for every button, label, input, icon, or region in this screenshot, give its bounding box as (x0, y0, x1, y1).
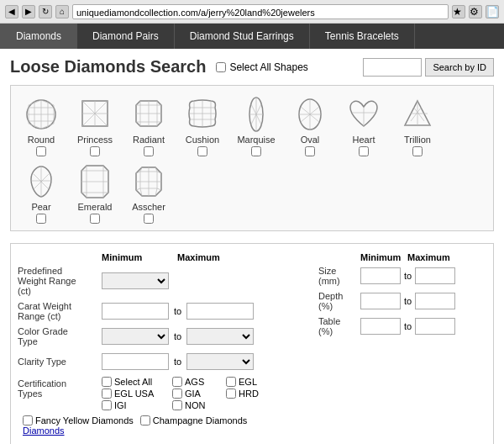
shape-radiant[interactable]: Radiant (122, 92, 176, 160)
cert-igi-checkbox[interactable] (102, 400, 112, 410)
color-min-select[interactable] (102, 328, 169, 345)
fancy-yellow-checkbox[interactable] (23, 415, 33, 426)
carat-min-input[interactable] (102, 303, 169, 320)
right-form: Minimum Maximum Size(mm) to Depth(%) to (318, 252, 486, 436)
shape-oval[interactable]: Oval (283, 92, 337, 160)
color-max-select[interactable] (186, 328, 254, 345)
shape-princess[interactable]: Princess (68, 92, 122, 160)
page-title: Loose Diamonds Search (10, 57, 206, 77)
asscher-checkbox[interactable] (144, 214, 154, 224)
cushion-checkbox[interactable] (197, 146, 207, 156)
cert-eglusa-label: EGL USA (114, 388, 154, 399)
heart-checkbox[interactable] (359, 146, 369, 156)
shape-heart[interactable]: Heart (337, 92, 391, 160)
trillion-icon (401, 96, 434, 133)
pear-label: Pear (31, 202, 50, 212)
round-icon (24, 96, 58, 133)
address-bar[interactable]: uniquediamondcollection.com/a/jerry%20la… (72, 4, 449, 19)
col-header-max: Maximum (177, 252, 220, 262)
cert-grid: Select All AGS EGL (102, 377, 276, 410)
left-col-headers: Minimum Maximum (18, 252, 302, 262)
heart-icon (347, 96, 381, 133)
round-checkbox[interactable] (36, 146, 46, 156)
depth-min-input[interactable] (360, 293, 401, 309)
favorites-icon[interactable]: ★ (452, 5, 465, 18)
home-button[interactable]: ⌂ (55, 5, 69, 18)
oval-label: Oval (301, 135, 320, 145)
tools-icon[interactable]: ⚙ (469, 5, 482, 18)
clarity-min-input[interactable] (102, 353, 169, 370)
asscher-label: Asscher (132, 202, 165, 212)
search-by-id-input[interactable] (363, 58, 422, 77)
search-by-id-button[interactable]: Search by ID (425, 58, 494, 77)
page-header: Loose Diamonds Search Select All Shapes … (10, 57, 494, 77)
svg-line-14 (82, 101, 95, 114)
shape-trillion[interactable]: Trillion (391, 92, 444, 160)
clarity-max-select[interactable] (186, 353, 254, 370)
marquise-checkbox[interactable] (251, 146, 261, 156)
search-by-id-group: Search by ID (363, 58, 494, 77)
cert-gia-checkbox[interactable] (172, 388, 182, 399)
marquise-label: Marquise (237, 135, 275, 145)
size-min-input[interactable] (360, 267, 401, 284)
nav-item-tennis-bracelets[interactable]: Tennis Bracelets (310, 24, 415, 49)
predefined-select[interactable] (102, 272, 169, 289)
diamonds-link[interactable]: Diamonds (18, 426, 302, 436)
cert-checkboxes: Select All AGS EGL (102, 377, 276, 410)
cushion-label: Cushion (186, 135, 219, 145)
cert-select-all-checkbox[interactable] (102, 377, 112, 387)
cert-hrd: HRD (226, 388, 276, 399)
cert-gia: GIA (172, 388, 223, 399)
shape-pear[interactable]: Pear (14, 160, 68, 227)
table-min-input[interactable] (360, 318, 401, 335)
marquise-icon (239, 96, 273, 133)
page-icon[interactable]: 📄 (486, 5, 499, 18)
trillion-checkbox[interactable] (412, 146, 423, 156)
radiant-label: Radiant (133, 135, 165, 145)
cert-ags: AGS (172, 377, 223, 387)
size-label: Size(mm) (318, 266, 360, 286)
color-label: Color GradeType (18, 326, 102, 346)
champagne-checkbox[interactable] (140, 415, 150, 426)
cert-egl: EGL (226, 377, 276, 387)
radiant-checkbox[interactable] (144, 146, 154, 156)
clarity-to: to (174, 357, 181, 367)
depth-max-input[interactable] (415, 293, 455, 309)
cert-ags-label: AGS (185, 377, 204, 387)
cert-eglusa-checkbox[interactable] (102, 388, 112, 399)
forward-button[interactable]: ▶ (22, 5, 35, 18)
predefined-label: PredefinedWeight Range(ct) (18, 266, 102, 296)
shape-asscher[interactable]: Asscher (122, 160, 176, 227)
carat-max-input[interactable] (186, 303, 254, 320)
refresh-button[interactable]: ↻ (39, 5, 52, 18)
shape-marquise[interactable]: Marquise (229, 92, 283, 160)
emerald-label: Emerald (78, 202, 113, 212)
fancy-row: Fancy Yellow Diamonds Champagne Diamonds (18, 415, 302, 426)
table-max-input[interactable] (415, 318, 455, 335)
fancy-yellow-item: Fancy Yellow Diamonds (23, 415, 134, 426)
nav-item-diamond-stud-earrings[interactable]: Diamond Stud Earrings (175, 24, 310, 49)
emerald-checkbox[interactable] (90, 214, 100, 224)
cert-egl-checkbox[interactable] (226, 377, 236, 387)
cert-ags-checkbox[interactable] (172, 377, 182, 387)
browser-chrome: ◀ ▶ ↻ ⌂ uniquediamondcollection.com/a/je… (0, 0, 504, 24)
svg-line-17 (95, 114, 108, 126)
size-max-input[interactable] (415, 267, 455, 284)
back-button[interactable]: ◀ (5, 5, 18, 18)
cert-non-checkbox[interactable] (172, 400, 182, 410)
right-col-max: Maximum (407, 252, 450, 262)
nav-item-diamond-pairs[interactable]: Diamond Pairs (77, 24, 175, 49)
right-col-min: Minimum (360, 252, 404, 262)
table-to: to (404, 321, 412, 331)
shape-emerald[interactable]: Emerald (68, 160, 122, 227)
shape-cushion[interactable]: Cushion (176, 92, 229, 160)
pear-checkbox[interactable] (36, 214, 46, 224)
oval-checkbox[interactable] (305, 146, 315, 156)
nav-item-diamonds[interactable]: Diamonds (0, 24, 77, 49)
shape-round[interactable]: Round (14, 92, 68, 160)
princess-checkbox[interactable] (90, 146, 100, 156)
cushion-icon (186, 96, 219, 133)
left-form: Minimum Maximum PredefinedWeight Range(c… (18, 252, 302, 436)
select-all-checkbox[interactable] (216, 62, 226, 72)
cert-hrd-checkbox[interactable] (226, 388, 236, 399)
